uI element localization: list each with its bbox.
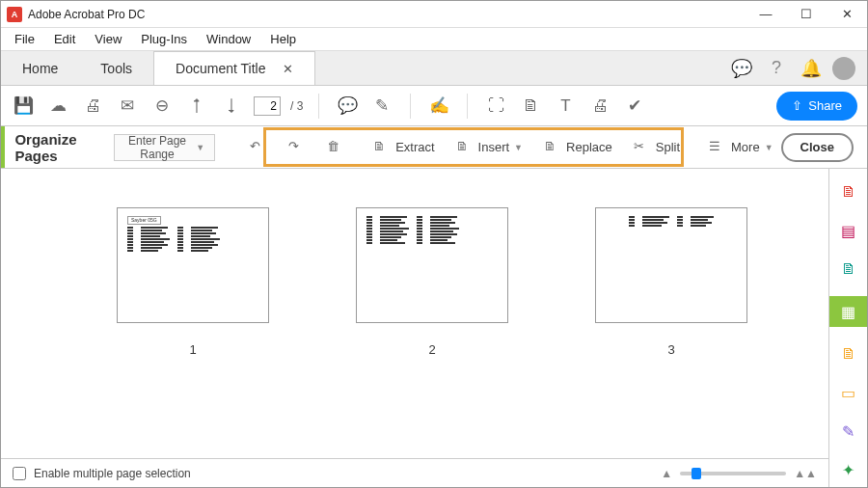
page-thumb-image: Sayber 05G xyxy=(117,207,269,323)
page-thumb-image xyxy=(595,207,747,323)
more-button[interactable]: ☰More▼ xyxy=(701,133,781,162)
menu-view[interactable]: View xyxy=(85,30,131,48)
page-number-label: 3 xyxy=(667,342,674,357)
multi-select-checkbox[interactable] xyxy=(13,467,26,480)
insert-label: Insert xyxy=(478,140,510,154)
crop-icon[interactable]: ⛶ xyxy=(483,94,508,119)
page-thumb-1[interactable]: Sayber 05G 1 xyxy=(117,207,269,458)
edit-pdf-icon[interactable]: 🗎 xyxy=(837,342,860,366)
cloud-upload-icon[interactable]: ☁ xyxy=(45,94,70,119)
more-label: More xyxy=(731,140,760,154)
split-button[interactable]: ✂Split xyxy=(626,133,688,162)
stamp-icon[interactable]: ✦ xyxy=(837,458,860,481)
menu-help[interactable]: Help xyxy=(260,30,306,48)
page-range-label: Enter Page Range xyxy=(124,134,190,161)
tab-home-label: Home xyxy=(22,61,58,76)
comment-bubble-icon[interactable]: 💬 xyxy=(335,94,360,119)
tab-row: Home Tools Document Title ✕ 💬 ? 🔔 xyxy=(1,51,867,86)
print-icon[interactable]: 🖨 xyxy=(80,94,105,119)
zoom-slider[interactable] xyxy=(680,472,786,475)
organize-pages-title: Organize Pages xyxy=(14,131,94,164)
thumb-badge: Sayber 05G xyxy=(127,216,161,225)
menu-window[interactable]: Window xyxy=(197,30,260,48)
replace-button[interactable]: 🗎Replace xyxy=(536,133,620,162)
page-tool-icon[interactable]: 🗎 xyxy=(518,94,543,119)
chat-icon[interactable]: 💬 xyxy=(724,51,759,85)
thumbnail-area: Sayber 05G 1 2 3 Enable multiple page se xyxy=(1,169,828,487)
page-total: / 3 xyxy=(290,99,303,113)
window-maximize[interactable]: ☐ xyxy=(786,1,827,28)
organize-pages-icon[interactable]: ▦ xyxy=(829,296,868,327)
organize-toolbar: Organize Pages Enter Page Range ▼ ↶ ↷ 🗑 … xyxy=(1,126,867,169)
text-tool-icon[interactable]: T xyxy=(553,94,578,119)
footer-bar: Enable multiple page selection ▲ ▲▲ xyxy=(1,458,828,487)
chevron-down-icon: ▼ xyxy=(514,143,523,152)
share-icon: ⇧ xyxy=(792,98,802,113)
email-icon[interactable]: ✉ xyxy=(115,94,140,119)
page-thumb-image xyxy=(356,207,508,323)
zoom-small-icon[interactable]: ▲ xyxy=(661,467,672,480)
tab-close-icon[interactable]: ✕ xyxy=(283,62,293,76)
layout-icon[interactable]: ▤ xyxy=(837,219,860,242)
highlighter-icon[interactable]: ✎ xyxy=(369,94,394,119)
window-minimize[interactable]: — xyxy=(746,1,786,28)
save-icon[interactable]: 💾 xyxy=(11,94,36,119)
delete-button[interactable]: 🗑 xyxy=(319,133,352,162)
menu-edit[interactable]: Edit xyxy=(44,30,85,48)
page-number-label: 1 xyxy=(189,342,196,357)
app-icon: A xyxy=(7,7,22,22)
close-panel-button[interactable]: Close xyxy=(781,133,854,162)
multi-select-label: Enable multiple page selection xyxy=(34,467,191,480)
export-pdf-icon[interactable]: 🗎 xyxy=(837,258,860,281)
share-label: Share xyxy=(808,98,842,113)
window-close[interactable]: ✕ xyxy=(827,1,867,28)
create-pdf-icon[interactable]: 🗎 xyxy=(837,180,860,203)
page-range-dropdown[interactable]: Enter Page Range ▼ xyxy=(114,134,215,161)
active-panel-strip xyxy=(1,126,5,168)
page-thumb-2[interactable]: 2 xyxy=(356,207,508,458)
menu-plugins[interactable]: Plug-Ins xyxy=(131,30,197,48)
comment-tool-icon[interactable]: ▭ xyxy=(837,381,860,404)
tab-home[interactable]: Home xyxy=(1,51,79,85)
tab-tools-label: Tools xyxy=(100,61,132,76)
check-icon[interactable]: ✔ xyxy=(622,94,647,119)
app-title: Adobe Acrobat Pro DC xyxy=(28,8,746,21)
sign-icon[interactable]: ✍ xyxy=(426,94,451,119)
fill-sign-icon[interactable]: ✎ xyxy=(837,420,860,443)
print-production-icon[interactable]: 🖨 xyxy=(587,94,612,119)
zoom-out-icon[interactable]: ⊖ xyxy=(149,94,175,119)
profile-icon[interactable] xyxy=(832,57,855,80)
tab-tools[interactable]: Tools xyxy=(79,51,153,85)
menu-bar: File Edit View Plug-Ins Window Help xyxy=(1,28,867,51)
page-number-input[interactable] xyxy=(254,96,281,116)
page-up-icon[interactable]: ⭡ xyxy=(184,94,209,119)
help-icon[interactable]: ? xyxy=(759,51,794,85)
page-number-label: 2 xyxy=(428,342,435,357)
chevron-down-icon: ▼ xyxy=(765,143,773,152)
right-tool-rail: 🗎 ▤ 🗎 ▦ 🗎 ▭ ✎ ✦ xyxy=(828,169,867,487)
zoom-large-icon[interactable]: ▲▲ xyxy=(794,467,817,480)
tab-document[interactable]: Document Title ✕ xyxy=(153,51,315,85)
share-button[interactable]: ⇧ Share xyxy=(776,92,857,121)
rotate-cw-button[interactable]: ↷ xyxy=(281,133,313,162)
page-down-icon[interactable]: ⭣ xyxy=(219,94,244,119)
bell-icon[interactable]: 🔔 xyxy=(794,51,828,85)
main-toolbar: 💾 ☁ 🖨 ✉ ⊖ ⭡ ⭣ / 3 💬 ✎ ✍ ⛶ 🗎 T 🖨 ✔ ⇧ Shar… xyxy=(1,86,867,126)
insert-button[interactable]: 🗎Insert▼ xyxy=(448,133,530,162)
rotate-ccw-button[interactable]: ↶ xyxy=(242,133,275,162)
tab-document-label: Document Title xyxy=(176,61,265,76)
main-area: Sayber 05G 1 2 3 Enable multiple page se xyxy=(1,169,867,487)
menu-file[interactable]: File xyxy=(5,30,44,48)
chevron-down-icon: ▼ xyxy=(196,143,204,152)
page-thumb-3[interactable]: 3 xyxy=(595,207,747,458)
extract-label: Extract xyxy=(395,140,434,154)
replace-label: Replace xyxy=(566,140,612,154)
title-bar: A Adobe Acrobat Pro DC — ☐ ✕ xyxy=(1,1,867,28)
split-label: Split xyxy=(656,140,680,154)
extract-button[interactable]: 🗎Extract xyxy=(366,133,442,162)
